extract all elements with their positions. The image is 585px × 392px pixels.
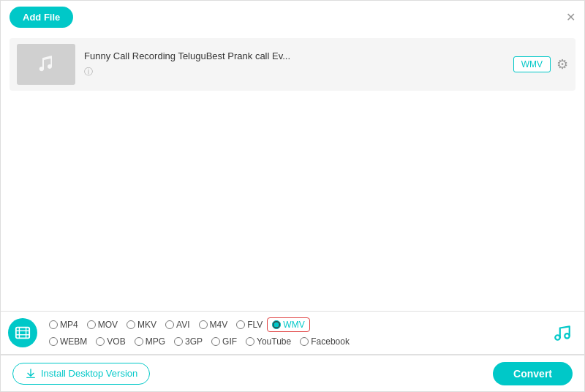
close-button[interactable]: ✕ bbox=[566, 12, 575, 23]
format-option-vob[interactable]: VOB bbox=[91, 335, 129, 348]
file-thumbnail bbox=[17, 44, 75, 85]
radio-webm[interactable] bbox=[49, 337, 58, 346]
file-actions: WMV ⚙ bbox=[513, 56, 568, 72]
radio-gif[interactable] bbox=[211, 337, 220, 346]
file-list: Funny Call Recording TeluguBest Prank ca… bbox=[1, 32, 584, 97]
format-option-m4v[interactable]: M4V bbox=[195, 318, 233, 331]
info-icon[interactable]: ⓘ bbox=[84, 67, 93, 77]
file-info: Funny Call Recording TeluguBest Prank ca… bbox=[84, 50, 505, 78]
film-icon bbox=[15, 325, 31, 341]
format-option-avi[interactable]: AVI bbox=[161, 318, 194, 331]
format-badge-button[interactable]: WMV bbox=[513, 56, 551, 72]
radio-flv[interactable] bbox=[236, 320, 245, 329]
svg-point-5 bbox=[555, 335, 560, 340]
music-note-icon bbox=[553, 323, 572, 342]
settings-icon[interactable]: ⚙ bbox=[556, 56, 568, 72]
format-row-1: MP4 MOV MKV AVI M4V FLV WMV bbox=[45, 317, 540, 332]
radio-m4v[interactable] bbox=[199, 320, 208, 329]
convert-button[interactable]: Convert bbox=[493, 362, 573, 385]
format-option-youtube[interactable]: YouTube bbox=[241, 335, 295, 348]
file-name: Funny Call Recording TeluguBest Prank ca… bbox=[84, 50, 505, 61]
top-bar: Add File ✕ bbox=[1, 1, 584, 32]
footer-bar: Install Desktop Version Convert bbox=[1, 355, 584, 391]
radio-youtube[interactable] bbox=[246, 337, 254, 346]
format-option-facebook[interactable]: Facebook bbox=[295, 335, 354, 348]
format-options-container: MP4 MOV MKV AVI M4V FLV WMV bbox=[45, 317, 540, 348]
format-option-webm[interactable]: WEBM bbox=[45, 335, 91, 348]
radio-mp4[interactable] bbox=[49, 320, 58, 329]
add-file-button[interactable]: Add File bbox=[10, 7, 73, 28]
radio-vob[interactable] bbox=[96, 337, 105, 346]
radio-facebook[interactable] bbox=[300, 337, 309, 346]
format-option-mpg[interactable]: MPG bbox=[130, 335, 170, 348]
format-option-mkv[interactable]: MKV bbox=[122, 318, 161, 331]
music-icon bbox=[34, 53, 58, 76]
radio-mpg[interactable] bbox=[135, 337, 143, 346]
radio-3gp[interactable] bbox=[174, 337, 183, 346]
radio-mkv[interactable] bbox=[127, 320, 135, 329]
download-icon bbox=[25, 368, 37, 380]
format-option-3gp[interactable]: 3GP bbox=[170, 335, 207, 348]
video-format-icon[interactable] bbox=[8, 318, 37, 347]
radio-avi[interactable] bbox=[165, 320, 174, 329]
radio-wmv[interactable] bbox=[272, 320, 281, 329]
svg-point-6 bbox=[565, 333, 570, 339]
install-desktop-button[interactable]: Install Desktop Version bbox=[12, 363, 150, 385]
svg-rect-0 bbox=[16, 328, 29, 339]
format-option-mov[interactable]: MOV bbox=[83, 318, 122, 331]
format-row-2: WEBM VOB MPG 3GP GIF YouTube Facebook bbox=[45, 335, 540, 348]
file-item: Funny Call Recording TeluguBest Prank ca… bbox=[10, 38, 575, 91]
content-area bbox=[1, 97, 584, 243]
radio-mov[interactable] bbox=[87, 320, 96, 329]
format-option-gif[interactable]: GIF bbox=[207, 335, 241, 348]
format-panel: MP4 MOV MKV AVI M4V FLV WMV bbox=[1, 311, 584, 355]
audio-format-icon[interactable] bbox=[548, 318, 577, 347]
format-option-mp4[interactable]: MP4 bbox=[45, 318, 83, 331]
format-option-wmv[interactable]: WMV bbox=[267, 317, 309, 332]
format-option-flv[interactable]: FLV bbox=[232, 318, 267, 331]
